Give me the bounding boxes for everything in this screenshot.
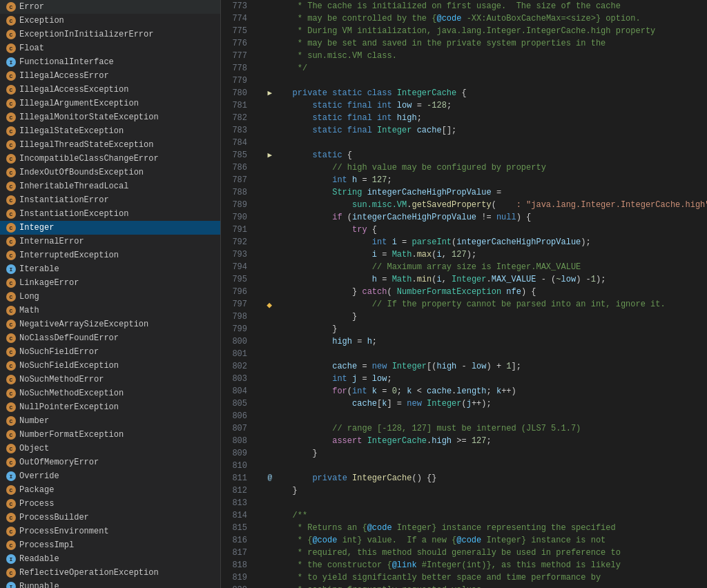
sidebar-item-illegalargumentexception[interactable]: CIllegalArgumentException xyxy=(0,97,220,110)
line-number: 787 xyxy=(226,174,247,186)
sidebar-item-override[interactable]: IOverride xyxy=(0,469,220,483)
sidebar-item-nosuchfielderror[interactable]: CNoSuchFieldError xyxy=(0,345,220,359)
tree-item-label: NoSuchFieldException xyxy=(19,361,119,371)
line-number: 790 xyxy=(226,211,247,224)
tree-item-label: ProcessImpl xyxy=(19,540,74,550)
sidebar-item-nosuchfieldexception[interactable]: CNoSuchFieldException xyxy=(0,359,220,373)
sidebar-item-error[interactable]: CError xyxy=(0,0,220,14)
class-icon: C xyxy=(6,346,17,357)
line-number: 789 xyxy=(226,199,247,211)
sidebar-item-readable[interactable]: IReadable xyxy=(0,552,220,566)
sidebar-item-processenvironment[interactable]: CProcessEnvironment xyxy=(0,525,220,538)
sidebar-item-object[interactable]: CObject xyxy=(0,442,220,455)
code-line: private static class IntegerCache { xyxy=(278,87,707,99)
code-line: i = Math.max(i, 127); xyxy=(278,248,707,261)
sidebar-item-illegalstateexception[interactable]: CIllegalStateException xyxy=(0,124,220,138)
sidebar-item-internalerror[interactable]: CInternalError xyxy=(0,235,220,248)
gutter-cell xyxy=(255,311,275,323)
gutter-cell: @ xyxy=(255,472,275,484)
sidebar-item-package[interactable]: CPackage xyxy=(0,483,220,497)
sidebar-item-exceptionininitializererror[interactable]: CExceptionInInitializerError xyxy=(0,28,220,41)
sidebar-item-instantiationexception[interactable]: CInstantiationException xyxy=(0,207,220,221)
sidebar-item-long[interactable]: CLong xyxy=(0,290,220,304)
class-icon: C xyxy=(6,291,17,302)
class-icon: C xyxy=(6,208,17,219)
line-number: 782 xyxy=(226,112,247,124)
sidebar-item-inheritablethreadlocal[interactable]: CInheritableThreadLocal xyxy=(0,179,220,193)
sidebar-item-math[interactable]: CMath xyxy=(0,304,220,317)
sidebar-item-linkageerror[interactable]: CLinkageError xyxy=(0,276,220,290)
gutter-cell xyxy=(255,37,275,50)
code-line: assert IntegerCache.high >= 127; xyxy=(278,435,707,447)
code-editor[interactable]: 7737747757767777787797807817827837847857… xyxy=(221,0,707,588)
code-line: h = Math.min(i, Integer.MAX_VALUE - (~lo… xyxy=(278,273,707,286)
sidebar-item-iterable[interactable]: IIterable xyxy=(0,262,220,276)
gutter-cell xyxy=(255,112,275,124)
tree-item-label: InheritableThreadLocal xyxy=(19,182,128,191)
sidebar-item-processbuilder[interactable]: CProcessBuilder xyxy=(0,511,220,525)
tree-item-label: ProcessBuilder xyxy=(19,513,89,522)
sidebar-item-noclassdeffounderror[interactable]: CNoClassDefFoundError xyxy=(0,331,220,345)
sidebar-item-negativearraysizeexception[interactable]: CNegativeArraySizeException xyxy=(0,317,220,331)
gutter-cell xyxy=(255,348,275,360)
gutter-cell xyxy=(255,509,275,522)
sidebar-item-interruptedexception[interactable]: CInterruptedException xyxy=(0,248,220,262)
class-icon: C xyxy=(6,360,17,371)
tree-item-label: NoClassDefFoundError xyxy=(19,333,119,343)
code-line: /** xyxy=(278,509,707,522)
sidebar-item-incompatibleclasschangeerror[interactable]: CIncompatibleClassChangeError xyxy=(0,152,220,166)
sidebar-item-nullpointerexception[interactable]: CNullPointerException xyxy=(0,400,220,414)
class-icon: C xyxy=(6,374,17,385)
sidebar-item-nosuchmethoderror[interactable]: CNoSuchMethodError xyxy=(0,373,220,386)
code-line: * Returns an {@code Integer} instance re… xyxy=(278,522,707,534)
sidebar-item-float[interactable]: CFloat xyxy=(0,41,220,55)
sidebar-item-number[interactable]: CNumber xyxy=(0,414,220,428)
gutter-cell xyxy=(255,571,275,584)
code-line: int h = 127; xyxy=(278,174,707,186)
sidebar-item-process[interactable]: CProcess xyxy=(0,497,220,511)
line-number: 807 xyxy=(226,422,247,435)
sidebar-item-illegalaccessexception[interactable]: CIllegalAccessException xyxy=(0,83,220,97)
sidebar-item-runnable[interactable]: IRunnable xyxy=(0,580,220,588)
gutter-cell xyxy=(255,484,275,497)
tree-item-label: IllegalThreadStateException xyxy=(19,140,153,150)
code-line xyxy=(278,75,707,87)
sidebar-item-illegalmonitorstateexception[interactable]: CIllegalMonitorStateException xyxy=(0,110,220,124)
gutter-cell xyxy=(255,161,275,174)
sidebar-item-reflectiveoperationexception[interactable]: CReflectiveOperationException xyxy=(0,566,220,580)
sidebar-item-numberformatexception[interactable]: CNumberFormatException xyxy=(0,428,220,442)
code-line: String integerCacheHighPropValue = xyxy=(278,186,707,199)
tree-item-label: InterruptedException xyxy=(19,251,119,260)
sidebar-item-exception[interactable]: CException xyxy=(0,14,220,28)
code-line: high = h; xyxy=(278,335,707,348)
line-number: 780 xyxy=(226,87,247,99)
gutter-cell xyxy=(255,286,275,298)
line-number: 812 xyxy=(226,484,247,497)
sidebar-item-integer[interactable]: CInteger xyxy=(0,221,220,235)
class-icon: C xyxy=(6,333,17,344)
gutter-cell xyxy=(255,534,275,547)
tree-item-label: NumberFormatException xyxy=(19,430,124,440)
sidebar-item-instantiationerror[interactable]: CInstantiationError xyxy=(0,193,220,207)
gutter-cell xyxy=(255,360,275,373)
class-icon: C xyxy=(6,526,17,537)
line-number: 781 xyxy=(226,99,247,112)
gutter-cell xyxy=(255,398,275,410)
tree-item-label: Error xyxy=(19,2,44,12)
sidebar-item-nosuchmethodexception[interactable]: CNoSuchMethodException xyxy=(0,386,220,400)
gutter-cell xyxy=(255,224,275,236)
sidebar-item-illegalaccesserror[interactable]: CIllegalAccessError xyxy=(0,69,220,83)
sidebar-item-outofmemoryerror[interactable]: COutOfMemoryError xyxy=(0,455,220,469)
tree-item-label: IndexOutOfBoundsException xyxy=(19,168,144,177)
sidebar-item-processimpl[interactable]: CProcessImpl xyxy=(0,538,220,552)
file-tree[interactable]: CErrorCExceptionCExceptionInInitializerE… xyxy=(0,0,221,588)
class-icon: C xyxy=(6,512,17,523)
line-number: 806 xyxy=(226,410,247,422)
gutter-cell xyxy=(255,323,275,335)
line-number: 793 xyxy=(226,248,247,261)
sidebar-item-indexoutofboundsexception[interactable]: CIndexOutOfBoundsException xyxy=(0,166,220,179)
sidebar-item-functionalinterface[interactable]: IFunctionalInterface xyxy=(0,55,220,69)
gutter-cell xyxy=(255,335,275,348)
sidebar-item-illegalthreadstateexception[interactable]: CIllegalThreadStateException xyxy=(0,138,220,152)
gutter-cell xyxy=(255,410,275,422)
